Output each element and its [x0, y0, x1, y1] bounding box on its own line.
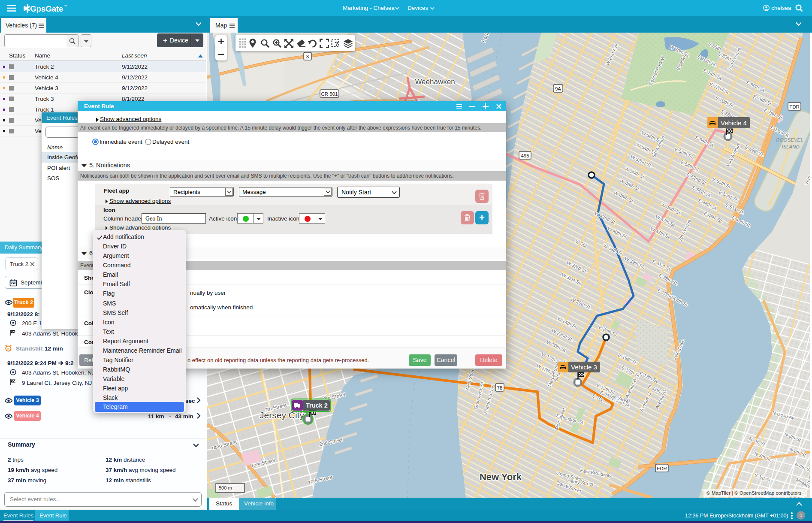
svg-text:3: 3 [306, 54, 309, 59]
svg-text:9A: 9A [555, 86, 561, 91]
svg-text:TM: TM [63, 4, 67, 7]
svg-text:Truck 2: Truck 2 [306, 402, 328, 409]
svg-text:78: 78 [497, 385, 503, 390]
svg-text:FDR: FDR [789, 104, 800, 109]
svg-text:FDR: FDR [657, 466, 667, 471]
svg-text:GpsGate: GpsGate [30, 4, 63, 13]
svg-text:Vehicle 3: Vehicle 3 [571, 363, 597, 371]
svg-text:500 m: 500 m [219, 485, 232, 490]
svg-text:Weehawken: Weehawken [415, 78, 455, 86]
svg-text:ROOSEVEL: ROOSEVEL [776, 137, 803, 142]
svg-text:New York: New York [480, 472, 522, 482]
svg-text:495: 495 [521, 153, 529, 158]
svg-text:Vehicle 4: Vehicle 4 [721, 119, 747, 127]
svg-text:© MapTiler | © OpenStreetMap c: © MapTiler | © OpenStreetMap contributor… [706, 490, 802, 496]
svg-text:ISLAND: ISLAND [782, 144, 800, 149]
svg-text:?: ? [335, 40, 338, 47]
svg-text:2: 2 [7, 347, 9, 351]
svg-text:CR 501: CR 501 [321, 91, 338, 97]
